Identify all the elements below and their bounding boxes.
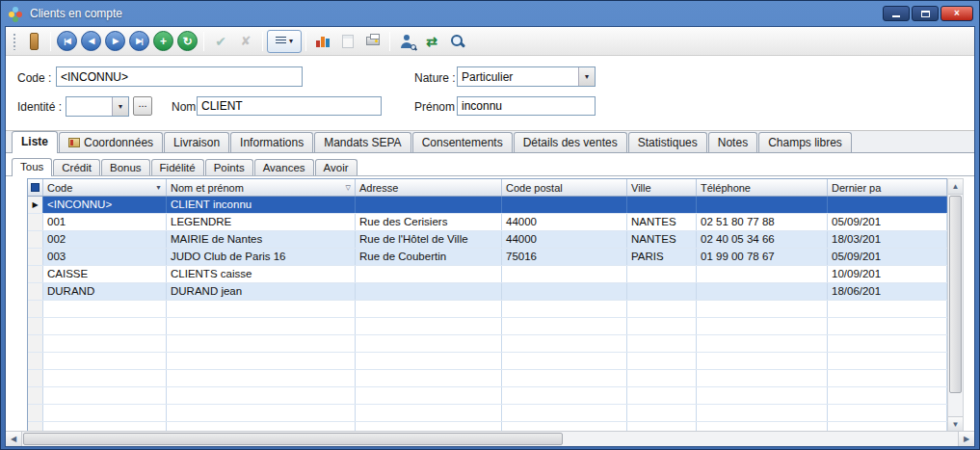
vertical-scrollbar[interactable]: ▲ ▼ bbox=[947, 178, 964, 431]
tab-champs-libres[interactable]: Champs libres bbox=[758, 132, 852, 152]
nom-input[interactable] bbox=[197, 96, 382, 116]
tab-points[interactable]: Points bbox=[205, 159, 253, 175]
cell-code bbox=[43, 405, 167, 421]
cell-ville: NANTES bbox=[627, 214, 697, 230]
statistics-button[interactable] bbox=[310, 30, 335, 53]
cell-nom bbox=[167, 405, 356, 421]
column-header-telephone[interactable]: Téléphone bbox=[697, 179, 828, 196]
grid-header: Code ▼ Nom et prénom ▽ Adresse Code post… bbox=[28, 179, 947, 197]
tab-credit[interactable]: Crédit bbox=[53, 159, 100, 175]
refresh-button[interactable]: ↻ bbox=[177, 31, 198, 51]
tab-avoir[interactable]: Avoir bbox=[315, 159, 358, 175]
clients-table: Code ▼ Nom et prénom ▽ Adresse Code post… bbox=[27, 178, 947, 431]
plus-icon: + bbox=[160, 35, 167, 48]
exchange-client-button[interactable]: ⇄ bbox=[419, 30, 444, 53]
add-record-button[interactable]: + bbox=[153, 31, 173, 51]
cell-adresse bbox=[356, 335, 502, 352]
vertical-scroll-thumb[interactable] bbox=[949, 196, 962, 393]
vertical-scroll-track[interactable] bbox=[948, 195, 963, 416]
cell-nom bbox=[167, 335, 356, 352]
cross-icon: ✘ bbox=[241, 34, 252, 48]
column-header-adresse[interactable]: Adresse bbox=[356, 179, 502, 196]
cell-code: <INCONNU> bbox=[43, 197, 167, 213]
scroll-up-button[interactable]: ▲ bbox=[948, 179, 963, 195]
cell-nom bbox=[167, 387, 356, 404]
scroll-left-button[interactable]: ◀ bbox=[6, 432, 22, 446]
tab-informations[interactable]: Informations bbox=[230, 132, 313, 152]
tab-fidelite[interactable]: Fidélité bbox=[151, 159, 204, 175]
code-input[interactable] bbox=[56, 66, 303, 87]
table-row[interactable]: 003JUDO Club de Paris 16Rue de Coubertin… bbox=[28, 249, 947, 266]
last-record-button[interactable]: ▶| bbox=[129, 31, 149, 51]
minimize-button[interactable] bbox=[883, 6, 910, 21]
tab-statistiques[interactable]: Statistiques bbox=[628, 132, 707, 152]
column-header-ville[interactable]: Ville bbox=[627, 179, 697, 196]
cell-tel bbox=[697, 197, 828, 213]
previous-record-button[interactable]: ◀ bbox=[81, 31, 101, 51]
code-label: Code : bbox=[17, 71, 51, 85]
tab-details-des-ventes[interactable]: Détails des ventes bbox=[514, 132, 627, 152]
scroll-right-button[interactable]: ▶ bbox=[958, 432, 974, 446]
cancel-button[interactable]: ✘ bbox=[233, 30, 258, 53]
table-row[interactable]: DURANDDURAND jean18/06/201 bbox=[28, 283, 947, 301]
binder-button[interactable] bbox=[21, 30, 46, 53]
toolbar-separator bbox=[305, 32, 306, 51]
search-client-button[interactable] bbox=[394, 30, 419, 53]
table-row[interactable]: 002MAIRIE de NantesRue de l'Hôtel de Vil… bbox=[28, 231, 947, 249]
tab-label: Bonus bbox=[110, 162, 142, 173]
tab-avances[interactable]: Avances bbox=[254, 159, 314, 175]
cell-cp: 75016 bbox=[502, 249, 627, 265]
horizontal-scroll-track[interactable] bbox=[22, 432, 958, 446]
table-row[interactable]: 001LEGENDRERue des Cerisiers44000NANTES0… bbox=[28, 214, 947, 231]
chevron-down-icon[interactable]: ▾ bbox=[578, 67, 595, 86]
zoom-button[interactable] bbox=[444, 30, 469, 53]
column-label: Dernier pa bbox=[832, 182, 881, 194]
tab-notes[interactable]: Notes bbox=[708, 132, 757, 152]
column-label: Code postal bbox=[506, 182, 563, 194]
cell-adresse bbox=[356, 283, 502, 300]
empty-row bbox=[28, 405, 947, 422]
empty-row bbox=[28, 387, 947, 405]
column-header-nom[interactable]: Nom et prénom ▽ bbox=[167, 179, 356, 196]
tab-mandats-sepa[interactable]: Mandats SEPA bbox=[314, 132, 411, 152]
tab-livraison[interactable]: Livraison bbox=[164, 132, 229, 152]
maximize-button[interactable] bbox=[912, 6, 939, 21]
toolbar-grip[interactable] bbox=[13, 33, 16, 50]
print-button[interactable] bbox=[360, 30, 385, 53]
browse-identite-button[interactable]: ... bbox=[133, 96, 152, 116]
tab-liste[interactable]: Liste bbox=[12, 131, 58, 153]
tab-consentements[interactable]: Consentements bbox=[412, 132, 513, 152]
tab-tous[interactable]: Tous bbox=[12, 158, 52, 176]
row-indicator bbox=[28, 266, 43, 282]
horizontal-scroll-thumb[interactable] bbox=[23, 433, 563, 445]
document-icon bbox=[342, 35, 354, 48]
row-indicator bbox=[28, 318, 43, 334]
identite-select[interactable]: ▾ bbox=[66, 96, 129, 117]
select-all-header[interactable] bbox=[28, 179, 43, 196]
horizontal-scrollbar[interactable]: ◀ ▶ bbox=[6, 431, 974, 446]
tab-bonus[interactable]: Bonus bbox=[101, 159, 150, 175]
empty-row bbox=[28, 318, 947, 335]
cell-nom: MAIRIE de Nantes bbox=[167, 231, 356, 248]
document-button[interactable] bbox=[335, 30, 360, 53]
table-row[interactable]: ▶<INCONNU>CLIENT inconnu bbox=[28, 197, 947, 214]
tab-label: Informations bbox=[240, 136, 304, 149]
cell-nom: CLIENT inconnu bbox=[167, 197, 356, 213]
column-label: Nom et prénom bbox=[171, 182, 244, 194]
column-header-code[interactable]: Code ▼ bbox=[43, 179, 167, 196]
close-button[interactable]: × bbox=[940, 6, 973, 21]
chevron-down-icon[interactable]: ▾ bbox=[112, 97, 128, 116]
prenom-input[interactable] bbox=[457, 96, 596, 116]
column-header-dernier-paiement[interactable]: Dernier pa bbox=[828, 179, 947, 196]
first-record-button[interactable]: |◀ bbox=[57, 31, 77, 51]
nature-select[interactable]: Particulier ▾ bbox=[457, 66, 596, 87]
validate-button[interactable]: ✔ bbox=[208, 30, 233, 53]
cell-ville bbox=[627, 266, 697, 282]
scroll-down-button[interactable]: ▼ bbox=[948, 416, 963, 431]
tab-coordonnees[interactable]: Coordonnées bbox=[59, 132, 163, 152]
title-bar[interactable]: Clients en compte × bbox=[5, 1, 975, 26]
column-header-code-postal[interactable]: Code postal bbox=[502, 179, 627, 196]
next-record-button[interactable]: ▶ bbox=[105, 31, 125, 51]
table-row[interactable]: CAISSECLIENTS caisse10/09/201 bbox=[28, 266, 947, 283]
list-options-button[interactable]: ▾ bbox=[267, 30, 302, 53]
